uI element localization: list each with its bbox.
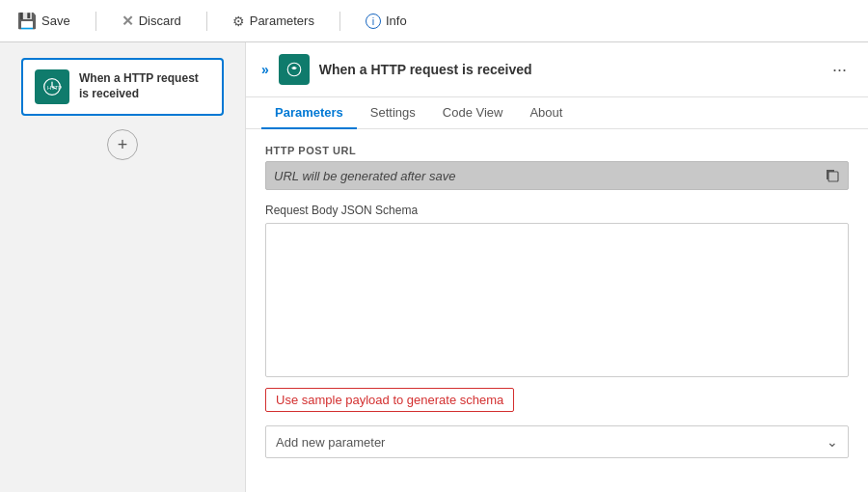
schema-textarea[interactable] [265, 223, 849, 377]
tab-parameters[interactable]: Parameters [261, 97, 357, 129]
save-icon: 💾 [17, 12, 37, 30]
more-options-button[interactable]: ··· [827, 58, 853, 82]
parameters-button[interactable]: ⚙ Parameters [227, 10, 320, 33]
panel-body: HTTP POST URL URL will be generated afte… [246, 129, 868, 492]
panel-tabs: Parameters Settings Code View About [246, 97, 868, 129]
save-label: Save [41, 14, 70, 28]
save-button[interactable]: 💾 Save [12, 8, 76, 34]
main-area: HTTP When a HTTP requestis received + » … [0, 42, 868, 492]
info-button[interactable]: i Info [360, 10, 413, 33]
schema-label: Request Body JSON Schema [265, 204, 849, 217]
url-field-label: HTTP POST URL [265, 145, 849, 156]
http-trigger-icon: HTTP [42, 77, 62, 96]
copy-url-button[interactable] [825, 168, 840, 183]
toolbar: 💾 Save ✕ Discard ⚙ Parameters i Info [0, 0, 868, 42]
parameters-label: Parameters [250, 14, 314, 28]
info-icon: i [366, 14, 381, 29]
panel-header: » When a HTTP request is received ··· [246, 42, 868, 97]
trigger-card-label: When a HTTP requestis received [79, 71, 199, 101]
url-field: URL will be generated after save [265, 161, 849, 190]
parameters-icon: ⚙ [232, 14, 245, 29]
url-placeholder-text: URL will be generated after save [274, 169, 817, 183]
discard-button[interactable]: ✕ Discard [116, 9, 187, 34]
trigger-icon-box: HTTP [35, 69, 69, 104]
add-parameter-label: Add new parameter [276, 435, 385, 450]
expand-button[interactable]: » [261, 62, 269, 77]
toolbar-separator-3 [339, 12, 340, 31]
tab-settings[interactable]: Settings [357, 97, 429, 129]
copy-icon [825, 168, 840, 183]
sidebar: HTTP When a HTTP requestis received + [0, 42, 246, 492]
trigger-card[interactable]: HTTP When a HTTP requestis received [21, 58, 224, 116]
add-parameter-dropdown[interactable]: Add new parameter ⌄ [265, 425, 849, 458]
chevron-down-icon: ⌄ [827, 434, 838, 450]
panel-title: When a HTTP request is received [319, 62, 817, 77]
toolbar-separator-1 [95, 12, 96, 31]
generate-schema-button[interactable]: Use sample payload to generate schema [265, 388, 514, 412]
discard-icon: ✕ [122, 13, 134, 30]
svg-rect-4 [828, 172, 838, 181]
panel-header-icon-box [279, 54, 310, 85]
tab-about[interactable]: About [516, 97, 576, 129]
discard-label: Discard [139, 14, 181, 28]
toolbar-separator-2 [206, 12, 207, 31]
plus-icon: + [118, 135, 128, 155]
right-panel: » When a HTTP request is received ··· Pa… [246, 42, 868, 492]
info-label: Info [386, 14, 407, 28]
panel-http-icon [285, 61, 303, 78]
svg-text:HTTP: HTTP [47, 85, 62, 91]
tab-code-view[interactable]: Code View [429, 97, 517, 129]
svg-point-3 [292, 67, 295, 69]
add-step-button[interactable]: + [107, 129, 138, 160]
